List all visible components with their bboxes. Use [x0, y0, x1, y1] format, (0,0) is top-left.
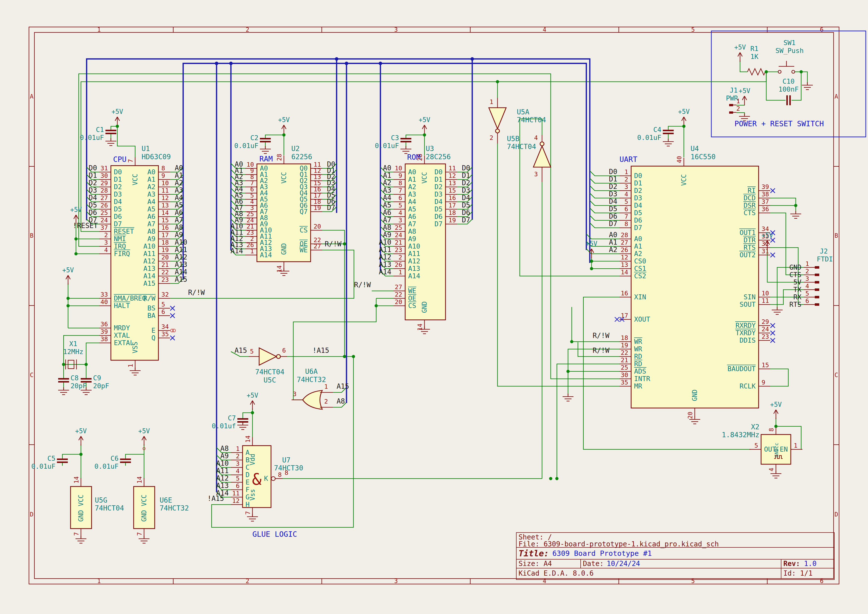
pin-name: A4 — [147, 198, 155, 206]
ic-u6e[interactable]: U6E74HCT3214VCC7GND — [134, 476, 189, 538]
power-5v-symbol: +5V — [75, 427, 87, 446]
pin-number: 25 — [395, 224, 402, 231]
pin-name: A8 — [147, 228, 155, 235]
line — [74, 215, 76, 219]
cap-value: 0.01uF — [94, 462, 119, 470]
pin-number: 21 — [161, 261, 169, 268]
pin-name: XOUT — [634, 315, 650, 323]
pin-number: 39 — [761, 183, 769, 191]
resistor-r1[interactable]: R11K — [747, 45, 765, 75]
pin-number: 37 — [101, 224, 108, 231]
pin-number: 7 — [136, 532, 143, 536]
wire[interactable] — [736, 113, 744, 115]
pin-number: 3 — [398, 217, 402, 224]
ic-u3[interactable]: U328C25628VCC14GND10A0A09A1A18A2A27A3A36… — [379, 144, 472, 331]
section-label: ROM — [407, 153, 420, 161]
pin-name: A5 — [147, 205, 155, 213]
pin-name: D2 — [114, 183, 122, 191]
pin-number: 14 — [73, 476, 80, 484]
wire[interactable] — [770, 369, 788, 386]
pin-name: A4 — [408, 198, 416, 206]
ic-body[interactable] — [71, 487, 91, 529]
wire[interactable] — [117, 126, 135, 157]
pin-name: A14 — [143, 272, 155, 280]
ic-u2[interactable]: U26225628VCC14GND10A0A09A1A18A2A27A3A36A… — [231, 144, 336, 273]
pin-name: GND — [421, 301, 428, 313]
ic-u5g[interactable]: U5G74HCT0414VCC7GND — [71, 476, 124, 538]
pin-number: 29 — [101, 180, 108, 187]
pin-number: 24 — [761, 326, 769, 333]
ic-u4[interactable]: U416C55040VCC20GND1D0D02D1D13D2D24D3D35D… — [586, 144, 775, 419]
ref-label: 74HCT32 — [297, 375, 326, 384]
line — [422, 125, 425, 129]
pin-name: D3 — [114, 191, 122, 198]
sheet-rev: Rev:1.0 — [781, 560, 834, 568]
pin-name: BAUDOUT — [727, 365, 756, 373]
pin-number: 1 — [250, 248, 254, 255]
line — [250, 401, 253, 405]
crystal-ref: X1 — [69, 340, 78, 347]
ic-u1[interactable]: U1HD63C097VCC1VSS31D0D030D1D129D2D228D3D… — [87, 144, 188, 370]
pin-name: CS1 — [634, 265, 646, 272]
pin-number: 14 — [417, 324, 423, 331]
wire[interactable] — [322, 230, 344, 357]
file-name: File: 6309-board-prototype-1.kicad_pro.k… — [519, 541, 832, 548]
pin-name: D5 — [434, 205, 443, 213]
pin-number: 13 — [621, 261, 628, 268]
pin-number: 20 — [313, 223, 321, 230]
gate-u5c[interactable] — [249, 348, 287, 365]
pin-number: 14 — [136, 476, 143, 484]
wire[interactable] — [293, 298, 376, 400]
pin-number: 14 — [161, 209, 169, 216]
pin-number: 8 — [278, 471, 282, 478]
pin-name: E — [152, 327, 155, 334]
pin-number: 8 — [625, 220, 628, 228]
net-label: A9 — [383, 231, 391, 239]
junction-dot — [567, 370, 570, 373]
power-5v-symbol: +5V — [739, 87, 750, 105]
pin-name: WE — [299, 246, 308, 254]
wire[interactable] — [801, 72, 808, 84]
pin-name: NMI — [114, 235, 126, 243]
cap-ref: C2 — [250, 134, 258, 142]
pin-number: 17 — [621, 312, 628, 319]
pin-number: 9 — [161, 172, 165, 179]
crystal-x1[interactable]: X112MHz — [63, 340, 83, 369]
pin-number: 4 — [398, 209, 402, 216]
net-label: D6 — [462, 208, 470, 217]
pin-number: 30 — [621, 371, 628, 378]
pin-name: CS — [299, 226, 308, 234]
junction-dot — [794, 204, 797, 207]
gnd-symbol — [76, 536, 86, 543]
no-connect-icon — [770, 188, 775, 193]
pin-number: 8 — [398, 180, 402, 187]
pin-number: 1 — [324, 383, 328, 390]
pin-number: 8 — [285, 469, 288, 476]
pin-number: 18 — [161, 239, 169, 246]
bus-junction-dot — [345, 62, 348, 65]
schematic-canvas[interactable]: 112233445566AABBCCDDU1HD63C097VCC1VSS31D… — [0, 0, 868, 614]
wire[interactable] — [86, 343, 99, 364]
wire[interactable] — [557, 364, 620, 479]
line — [284, 125, 286, 129]
wire[interactable] — [740, 60, 747, 72]
pin-name: A7 — [408, 220, 416, 228]
frame-row-label: A — [835, 93, 838, 100]
pin-number: 16 — [448, 194, 456, 202]
gnd-symbol — [260, 146, 271, 154]
wire[interactable] — [770, 198, 796, 206]
wire[interactable] — [243, 413, 253, 419]
net-label: A8 — [336, 397, 345, 405]
pin-number: 9 — [398, 172, 402, 179]
ic-x2[interactable]: X21.8432MHz8Vcc4GND5OUT1EN — [722, 423, 803, 474]
ic-value: 1.8432MHz — [722, 431, 760, 439]
pin-number: 2 — [625, 176, 628, 183]
pin-number: 8 — [768, 428, 775, 431]
capacitor-c10[interactable]: C10100nF — [778, 78, 798, 105]
connector-j2[interactable]: GND1CTS25V3TX4RX5RTS6J2FTDI — [789, 247, 833, 308]
power-5v-label: +5V — [586, 240, 597, 247]
connector-j1[interactable]: 12J1PWR — [726, 87, 740, 114]
switch-sw1[interactable]: SW1SW_Push — [775, 39, 804, 73]
ic-body[interactable] — [134, 487, 155, 529]
gnd-symbol — [663, 139, 674, 146]
